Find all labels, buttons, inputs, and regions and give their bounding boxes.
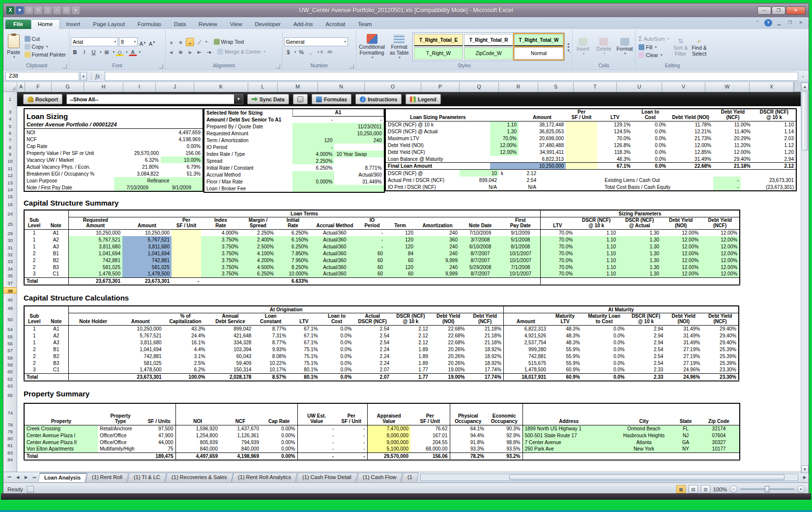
cell[interactable]: 23,673,301 bbox=[117, 373, 164, 381]
cell[interactable] bbox=[172, 264, 201, 271]
cell[interactable]: 75 bbox=[143, 446, 175, 452]
cell[interactable]: GA bbox=[673, 439, 698, 446]
cell[interactable]: 12.85% bbox=[668, 149, 713, 156]
row-header-9[interactable]: 9 bbox=[3, 151, 17, 157]
clipboard-dialog-launcher-icon[interactable] bbox=[63, 64, 67, 68]
cell[interactable]: 1 bbox=[24, 332, 44, 339]
bottom-align-icon[interactable]: ⌄ bbox=[186, 38, 194, 46]
cell[interactable]: 12.21% bbox=[668, 128, 713, 135]
cell[interactable]: 0.0% bbox=[633, 149, 668, 156]
cell[interactable]: 6.250% bbox=[276, 229, 310, 236]
cell[interactable]: NCF bbox=[25, 136, 114, 143]
row-header-11[interactable]: 11 bbox=[3, 165, 17, 172]
header-cell[interactable]: Loan to Cost bbox=[320, 313, 354, 325]
dropdown-arrow-icon[interactable]: ▼ bbox=[234, 94, 243, 104]
cell[interactable]: 4.200% bbox=[240, 257, 276, 264]
row-header-25[interactable]: 25 bbox=[3, 221, 17, 227]
header-cell[interactable]: Appraised Value bbox=[367, 403, 410, 425]
cell[interactable]: 12.00% bbox=[661, 229, 700, 236]
cell[interactable]: 2.5% bbox=[164, 360, 207, 366]
cell[interactable]: 7.31% bbox=[253, 332, 288, 339]
cell[interactable]: 2.250% bbox=[292, 157, 334, 164]
cell[interactable] bbox=[69, 366, 117, 373]
cell[interactable]: 1.10 bbox=[575, 229, 618, 236]
cell[interactable]: Index Rate / Type bbox=[204, 151, 292, 157]
cell[interactable]: 334,328 bbox=[207, 339, 254, 346]
cell[interactable]: 6,822,313 bbox=[519, 156, 566, 163]
cell[interactable]: 240 bbox=[415, 243, 460, 250]
row-header-59[interactable]: 59 bbox=[3, 361, 17, 368]
cell[interactable]: 2.94 bbox=[627, 339, 666, 346]
cell[interactable]: 4,198,969 bbox=[220, 452, 261, 460]
row-header-10[interactable]: 10 bbox=[3, 158, 17, 164]
header-cell[interactable]: Initial Rate bbox=[276, 217, 310, 229]
cell[interactable]: Prepared By / Quote Date bbox=[204, 123, 292, 130]
row-header-13[interactable]: 13 bbox=[3, 180, 17, 186]
cell[interactable]: - bbox=[297, 446, 336, 452]
cell[interactable]: 22.68% bbox=[430, 339, 467, 346]
horizontal-scroll-thumb[interactable] bbox=[509, 475, 784, 480]
sheet-tab-1-cash-flow-detail[interactable]: (1) Cash Flow Detail bbox=[296, 473, 358, 482]
cell[interactable]: 21.73% bbox=[668, 135, 713, 142]
cell[interactable]: 2.54 bbox=[627, 346, 666, 353]
cell[interactable]: 23.30% bbox=[702, 373, 739, 381]
cell[interactable]: 1.10 bbox=[575, 264, 618, 271]
header-cell[interactable]: Per SF / Unit bbox=[410, 403, 450, 425]
cell[interactable]: 1.30 bbox=[618, 264, 661, 271]
cell[interactable]: (23,673,301) bbox=[741, 183, 796, 190]
cell[interactable]: 20,699,000 bbox=[519, 135, 566, 142]
fill-button[interactable]: Fill▾ bbox=[637, 44, 670, 51]
cell[interactable] bbox=[538, 177, 603, 183]
cell[interactable]: 60.9% bbox=[548, 373, 582, 381]
cell[interactable] bbox=[385, 277, 415, 285]
cell[interactable]: Actual Pmt / DSCR (NCF) bbox=[386, 177, 460, 183]
formula-input[interactable] bbox=[105, 72, 798, 81]
clear-button[interactable]: Clear▾ bbox=[637, 52, 670, 59]
row-header-83[interactable]: 83 bbox=[3, 450, 17, 456]
header-cell[interactable]: Amount bbox=[117, 313, 164, 325]
cell[interactable]: 2 bbox=[24, 346, 44, 353]
ribbon-tab-home[interactable]: Home bbox=[31, 19, 60, 29]
cell[interactable]: Actual Vacancy Phys. / Econ. bbox=[25, 163, 114, 170]
cell[interactable]: 7/10/2009 bbox=[114, 184, 161, 191]
column-header-m[interactable]: M bbox=[278, 82, 318, 92]
show-all-dropdown[interactable]: --Show All--▼ bbox=[66, 94, 243, 104]
zoom-slider-thumb[interactable] bbox=[765, 486, 769, 492]
header-cell[interactable] bbox=[44, 210, 68, 217]
header-cell[interactable]: City bbox=[615, 403, 673, 425]
cell[interactable]: 1.10 bbox=[575, 236, 618, 243]
cell[interactable]: 1.30 bbox=[490, 128, 519, 135]
cell[interactable]: 0.0% bbox=[582, 325, 627, 332]
print-button[interactable] bbox=[293, 94, 308, 104]
cell[interactable]: 6.250% bbox=[292, 164, 334, 171]
find-select-button[interactable]: ⌕Find & Select bbox=[691, 31, 708, 62]
cell-style-option-normal[interactable]: Normal bbox=[514, 47, 563, 60]
cell[interactable]: 250 Park Ave bbox=[522, 446, 615, 452]
cell[interactable]: 75.1% bbox=[288, 353, 320, 360]
cell[interactable]: 6.150% bbox=[276, 236, 310, 243]
cell[interactable]: 4.000% bbox=[201, 229, 240, 236]
cell[interactable]: 5,767,521 bbox=[117, 332, 164, 339]
cell[interactable]: 2.250% bbox=[240, 229, 276, 236]
cell[interactable]: 21.80% bbox=[114, 163, 161, 170]
cell[interactable]: 7 Center Avenue bbox=[522, 439, 615, 446]
cell[interactable]: 9,999 bbox=[415, 257, 460, 264]
cell[interactable]: 2 bbox=[24, 257, 44, 264]
header-cell[interactable]: Accrual Method bbox=[310, 217, 359, 229]
cell[interactable]: 1,041,694 bbox=[68, 250, 122, 257]
row-header-37[interactable]: 37 bbox=[3, 280, 17, 286]
decrease-indent-icon[interactable]: ⇤ bbox=[195, 48, 203, 56]
cell[interactable]: 98.8% bbox=[486, 439, 522, 446]
cell[interactable]: 3/7/2008 bbox=[460, 236, 501, 243]
cell[interactable]: 2.94 bbox=[627, 332, 666, 339]
cell[interactable]: 10/1/2007 bbox=[501, 250, 540, 257]
header-cell[interactable]: DSCR (NCF) @ 10 k bbox=[575, 217, 618, 229]
column-header-q[interactable]: Q bbox=[460, 82, 499, 92]
cell[interactable]: 0.00% bbox=[261, 425, 297, 432]
cell[interactable]: 0.0% bbox=[582, 360, 627, 366]
cell[interactable]: 1.12 bbox=[753, 142, 796, 149]
maximize-button[interactable]: ❐ bbox=[772, 6, 785, 15]
page-layout-view-icon[interactable]: ▤ bbox=[689, 485, 698, 493]
cell[interactable]: 44,000 bbox=[143, 439, 175, 446]
cell[interactable]: 70.0% bbox=[540, 257, 575, 264]
